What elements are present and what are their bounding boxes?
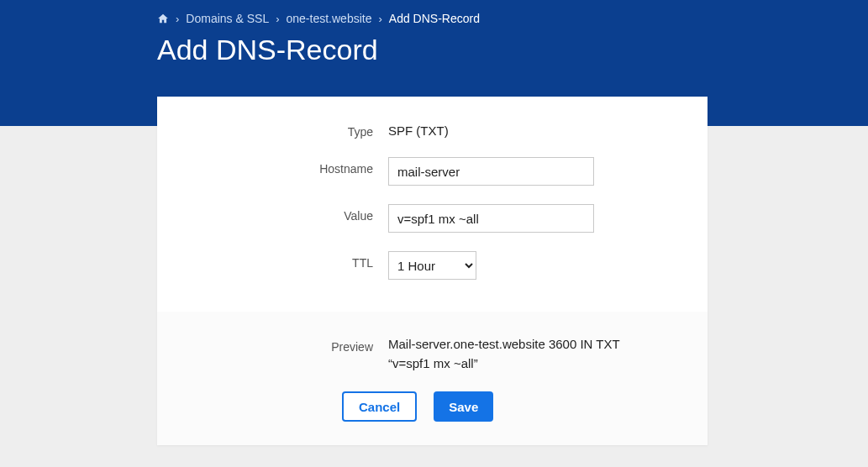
preview-text: Mail-server.one-test.website 3600 IN TXT… (388, 335, 649, 373)
cancel-button[interactable]: Cancel (342, 391, 417, 422)
chevron-right-icon: › (276, 13, 279, 25)
hostname-input[interactable] (388, 157, 594, 186)
value-input[interactable] (388, 204, 594, 233)
chevron-right-icon: › (176, 13, 179, 25)
ttl-label: TTL (182, 251, 388, 270)
save-button[interactable]: Save (434, 391, 493, 422)
content-panel: Type SPF (TXT) Hostname Value TTL 1 Hour (157, 97, 708, 445)
chevron-right-icon: › (378, 13, 381, 25)
hostname-label: Hostname (182, 157, 388, 176)
breadcrumb-link-domain[interactable]: one-test.website (287, 12, 372, 25)
breadcrumb-current: Add DNS-Record (389, 12, 480, 25)
type-value: SPF (TXT) (388, 120, 682, 138)
breadcrumb: › Domains & SSL › one-test.website › Add… (157, 12, 868, 25)
page-title: Add DNS-Record (157, 34, 868, 66)
home-icon[interactable] (157, 13, 169, 24)
ttl-select[interactable]: 1 Hour (388, 251, 476, 280)
type-label: Type (182, 120, 388, 139)
preview-label: Preview (182, 335, 388, 354)
value-label: Value (182, 204, 388, 223)
breadcrumb-link-domains-ssl[interactable]: Domains & SSL (186, 12, 269, 25)
